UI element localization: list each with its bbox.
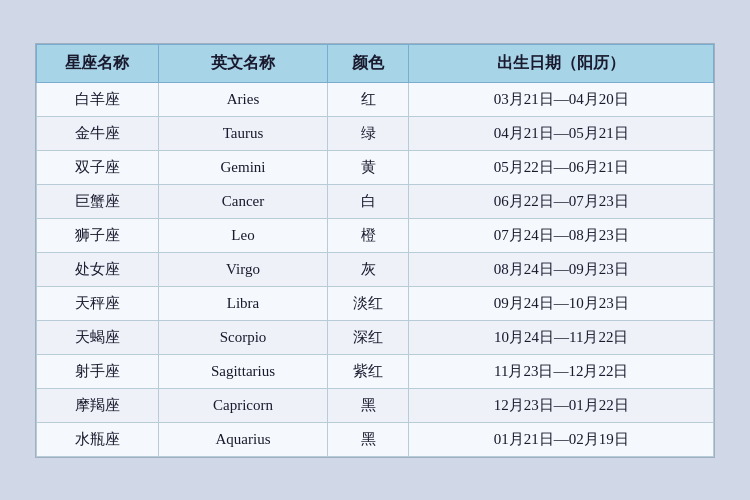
table-body: 白羊座Aries红03月21日—04月20日金牛座Taurus绿04月21日—0… (37, 82, 714, 456)
cell-date: 07月24日—08月23日 (409, 218, 714, 252)
cell-english: Aquarius (158, 422, 327, 456)
table-row: 金牛座Taurus绿04月21日—05月21日 (37, 116, 714, 150)
cell-english: Virgo (158, 252, 327, 286)
cell-english: Capricorn (158, 388, 327, 422)
table-row: 白羊座Aries红03月21日—04月20日 (37, 82, 714, 116)
cell-date: 03月21日—04月20日 (409, 82, 714, 116)
cell-chinese: 摩羯座 (37, 388, 159, 422)
header-date: 出生日期（阳历） (409, 44, 714, 82)
cell-date: 05月22日—06月21日 (409, 150, 714, 184)
cell-date: 04月21日—05月21日 (409, 116, 714, 150)
cell-english: Scorpio (158, 320, 327, 354)
cell-english: Libra (158, 286, 327, 320)
cell-color: 深红 (328, 320, 409, 354)
cell-chinese: 狮子座 (37, 218, 159, 252)
cell-english: Taurus (158, 116, 327, 150)
table-row: 巨蟹座Cancer白06月22日—07月23日 (37, 184, 714, 218)
cell-date: 12月23日—01月22日 (409, 388, 714, 422)
header-chinese: 星座名称 (37, 44, 159, 82)
table-row: 水瓶座Aquarius黑01月21日—02月19日 (37, 422, 714, 456)
cell-english: Aries (158, 82, 327, 116)
cell-chinese: 白羊座 (37, 82, 159, 116)
cell-chinese: 射手座 (37, 354, 159, 388)
cell-color: 灰 (328, 252, 409, 286)
cell-date: 01月21日—02月19日 (409, 422, 714, 456)
cell-chinese: 双子座 (37, 150, 159, 184)
cell-color: 黑 (328, 388, 409, 422)
cell-date: 08月24日—09月23日 (409, 252, 714, 286)
cell-english: Cancer (158, 184, 327, 218)
cell-color: 黑 (328, 422, 409, 456)
table-row: 狮子座Leo橙07月24日—08月23日 (37, 218, 714, 252)
cell-chinese: 处女座 (37, 252, 159, 286)
cell-english: Leo (158, 218, 327, 252)
cell-color: 红 (328, 82, 409, 116)
zodiac-table-container: 星座名称 英文名称 颜色 出生日期（阳历） 白羊座Aries红03月21日—04… (35, 43, 715, 458)
cell-chinese: 水瓶座 (37, 422, 159, 456)
table-row: 处女座Virgo灰08月24日—09月23日 (37, 252, 714, 286)
cell-color: 紫红 (328, 354, 409, 388)
table-row: 摩羯座Capricorn黑12月23日—01月22日 (37, 388, 714, 422)
cell-english: Sagittarius (158, 354, 327, 388)
cell-chinese: 天蝎座 (37, 320, 159, 354)
cell-date: 11月23日—12月22日 (409, 354, 714, 388)
table-header-row: 星座名称 英文名称 颜色 出生日期（阳历） (37, 44, 714, 82)
cell-color: 橙 (328, 218, 409, 252)
cell-date: 09月24日—10月23日 (409, 286, 714, 320)
cell-color: 淡红 (328, 286, 409, 320)
cell-chinese: 巨蟹座 (37, 184, 159, 218)
cell-chinese: 天秤座 (37, 286, 159, 320)
cell-color: 黄 (328, 150, 409, 184)
cell-english: Gemini (158, 150, 327, 184)
table-row: 双子座Gemini黄05月22日—06月21日 (37, 150, 714, 184)
cell-date: 10月24日—11月22日 (409, 320, 714, 354)
cell-color: 白 (328, 184, 409, 218)
header-color: 颜色 (328, 44, 409, 82)
table-row: 天秤座Libra淡红09月24日—10月23日 (37, 286, 714, 320)
zodiac-table: 星座名称 英文名称 颜色 出生日期（阳历） 白羊座Aries红03月21日—04… (36, 44, 714, 457)
cell-date: 06月22日—07月23日 (409, 184, 714, 218)
cell-color: 绿 (328, 116, 409, 150)
header-english: 英文名称 (158, 44, 327, 82)
table-row: 射手座Sagittarius紫红11月23日—12月22日 (37, 354, 714, 388)
cell-chinese: 金牛座 (37, 116, 159, 150)
table-row: 天蝎座Scorpio深红10月24日—11月22日 (37, 320, 714, 354)
